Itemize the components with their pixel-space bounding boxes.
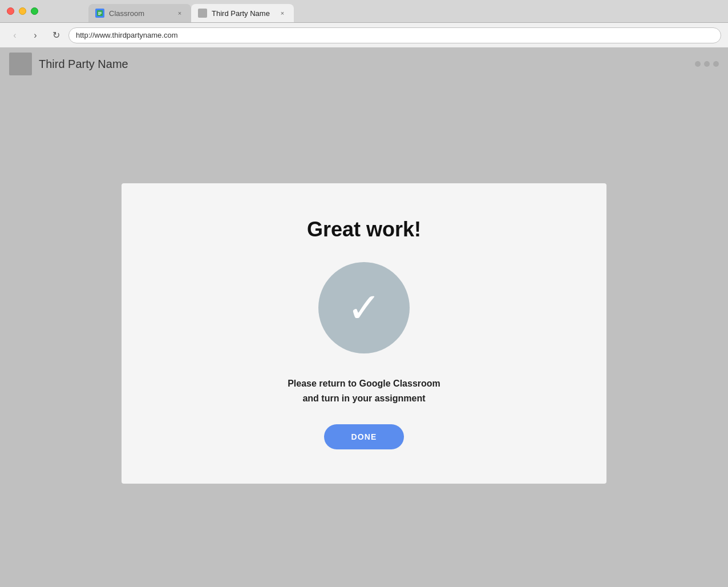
svg-rect-3 bbox=[98, 14, 100, 15]
classroom-tab-close[interactable]: × bbox=[175, 9, 184, 18]
browser-window: Classroom × Third Party Name × ‹ › ↻ htt… bbox=[0, 0, 728, 587]
url-text: http://www.thirdpartyname.com bbox=[76, 31, 177, 39]
title-bar: Classroom × Third Party Name × bbox=[0, 0, 728, 23]
third-party-tab-label: Third Party Name bbox=[212, 9, 273, 18]
card-message-line2: and turn in your assignment bbox=[302, 393, 425, 403]
header-dot-3 bbox=[713, 61, 719, 67]
tab-third-party[interactable]: Third Party Name × bbox=[191, 4, 294, 22]
forward-button[interactable]: › bbox=[27, 27, 43, 43]
tab-classroom[interactable]: Classroom × bbox=[88, 4, 191, 22]
header-dot-1 bbox=[695, 61, 701, 67]
tabs-bar: Classroom × Third Party Name × bbox=[43, 0, 294, 22]
classroom-tab-label: Classroom bbox=[109, 9, 171, 18]
header-dots bbox=[695, 61, 719, 67]
back-button[interactable]: ‹ bbox=[7, 27, 23, 43]
third-party-favicon-icon bbox=[198, 9, 207, 18]
card-message: Please return to Google Classroom and tu… bbox=[288, 376, 440, 405]
completion-card: Great work! ✓ Please return to Google Cl… bbox=[122, 183, 606, 483]
check-circle: ✓ bbox=[318, 262, 410, 353]
app-header: Third Party Name bbox=[0, 48, 728, 80]
address-bar[interactable]: http://www.thirdpartyname.com bbox=[68, 27, 721, 43]
minimize-button[interactable] bbox=[19, 7, 26, 15]
svg-rect-2 bbox=[98, 13, 102, 14]
close-button[interactable] bbox=[7, 7, 14, 15]
card-title: Great work! bbox=[307, 218, 421, 242]
done-button[interactable]: DONE bbox=[324, 424, 405, 449]
third-party-tab-close[interactable]: × bbox=[278, 9, 287, 18]
reload-button[interactable]: ↻ bbox=[48, 27, 64, 43]
classroom-favicon-icon bbox=[95, 9, 104, 18]
content-area: Great work! ✓ Please return to Google Cl… bbox=[0, 80, 728, 587]
app-title: Third Party Name bbox=[39, 58, 128, 71]
traffic-lights bbox=[7, 7, 38, 15]
app-logo-icon bbox=[9, 53, 32, 75]
card-message-line1: Please return to Google Classroom bbox=[288, 379, 440, 388]
checkmark-icon: ✓ bbox=[347, 287, 381, 328]
maximize-button[interactable] bbox=[31, 7, 38, 15]
header-dot-2 bbox=[704, 61, 710, 67]
nav-bar: ‹ › ↻ http://www.thirdpartyname.com bbox=[0, 23, 728, 48]
svg-rect-1 bbox=[98, 12, 102, 13]
